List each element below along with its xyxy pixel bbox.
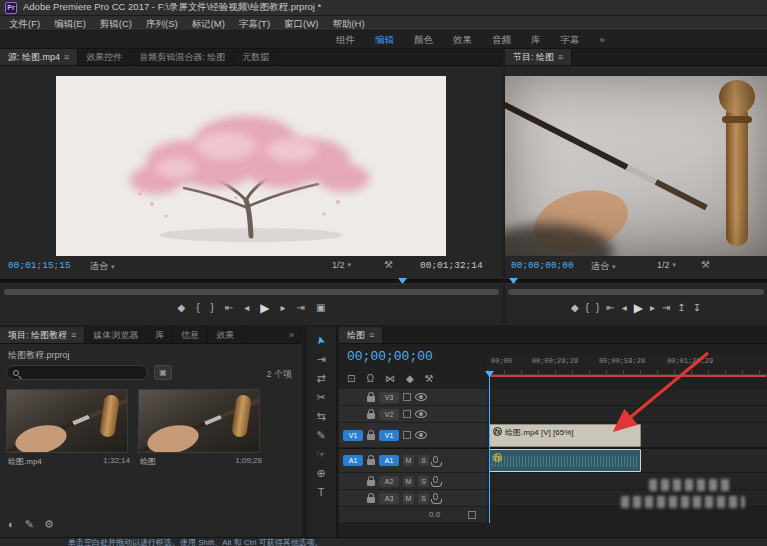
mark-in-icon[interactable]: {	[586, 302, 589, 314]
panel-menu-icon[interactable]	[71, 330, 76, 340]
source-resolution-dropdown[interactable]: 1/2	[332, 260, 351, 270]
hand-tool[interactable]: ☞	[316, 449, 326, 460]
add-marker-icon[interactable]: ◆	[406, 373, 414, 384]
lock-icon[interactable]	[367, 396, 375, 402]
menu-marker[interactable]: 标记(M)	[185, 16, 232, 31]
source-video-preview[interactable]	[56, 76, 446, 256]
source-current-time[interactable]: 00;01;15;15	[8, 260, 71, 271]
clip-name[interactable]: 绘图.mp4	[8, 456, 42, 467]
menu-title[interactable]: 字幕(T)	[232, 16, 277, 31]
voiceover-mic-icon[interactable]	[433, 493, 438, 500]
timeline-playhead-time[interactable]: 00;00;00;00	[347, 349, 433, 364]
program-resolution-dropdown[interactable]: 1/2	[657, 260, 676, 270]
tab-program-monitor[interactable]: 节目: 绘图	[505, 49, 572, 65]
program-fit-dropdown[interactable]: 适合	[591, 260, 616, 273]
eye-toggle-icon[interactable]	[415, 431, 427, 439]
tab-libraries[interactable]: 库	[147, 327, 173, 343]
tab-sequence[interactable]: 绘图	[339, 327, 383, 343]
pen-icon[interactable]: ✎	[25, 518, 34, 531]
timeline-ruler[interactable]: 00;00 00;00;29;29 00;00;59;28 00;01;29;2…	[487, 355, 767, 375]
track-target-a2[interactable]: A2	[379, 476, 399, 487]
audio-clip-a1[interactable]: fx	[489, 449, 641, 472]
tab-audio-clip-mixer[interactable]: 音频剪辑混合器: 绘图	[131, 49, 234, 65]
lock-icon[interactable]	[367, 434, 375, 440]
eye-toggle-icon[interactable]	[415, 410, 427, 418]
tab-effect-controls[interactable]: 效果控件	[78, 49, 131, 65]
menu-edit[interactable]: 编辑(E)	[47, 16, 93, 31]
project-clip-card[interactable]: 绘图 1;09;28	[138, 389, 264, 467]
create-search-bin-button[interactable]	[154, 365, 172, 380]
program-zoom-scrollbar[interactable]	[508, 289, 764, 295]
workspace-tab-assembly[interactable]: 组件	[326, 31, 365, 49]
track-target-v2[interactable]: V2	[379, 409, 399, 420]
extract-icon[interactable]: ↧	[693, 302, 701, 314]
workspace-tab-libraries[interactable]: 库	[521, 31, 551, 49]
tab-info[interactable]: 信息	[173, 327, 208, 343]
menu-clip[interactable]: 剪辑(C)	[93, 16, 139, 31]
step-back-icon[interactable]: ◂	[622, 302, 627, 314]
mute-button[interactable]: M	[403, 476, 414, 487]
track-select-tool[interactable]: ⇥	[316, 354, 325, 365]
tab-effects-panel[interactable]: 效果	[208, 327, 243, 343]
voiceover-mic-icon[interactable]	[433, 456, 438, 463]
step-back-icon[interactable]: ◂	[244, 302, 249, 314]
solo-button[interactable]: S	[418, 493, 429, 504]
sync-lock-icon[interactable]	[403, 393, 411, 401]
step-forward-icon[interactable]: ▸	[650, 302, 655, 314]
project-clip-card[interactable]: 绘图.mp4 1;32;14	[6, 389, 132, 467]
clip-thumbnail[interactable]	[138, 389, 260, 453]
export-frame-icon[interactable]: ▣	[316, 302, 325, 314]
menu-sequence[interactable]: 序列(S)	[139, 16, 185, 31]
slip-tool[interactable]: ⇆	[316, 411, 325, 422]
tab-media-browser[interactable]: 媒体浏览器	[85, 327, 147, 343]
tab-project[interactable]: 项目: 绘图教程	[0, 327, 85, 343]
program-settings-wrench-icon[interactable]	[701, 259, 710, 270]
linked-selection-icon[interactable]: ⋈	[385, 373, 395, 384]
menu-window[interactable]: 窗口(W)	[277, 16, 325, 31]
clip-thumbnail[interactable]	[6, 389, 128, 453]
workspace-tab-editing[interactable]: 编辑	[365, 31, 404, 49]
mute-button[interactable]: M	[403, 493, 414, 504]
add-marker-icon[interactable]: ◆	[571, 302, 579, 314]
workspace-tab-color[interactable]: 颜色	[404, 31, 443, 49]
go-to-in-icon[interactable]: ⇤	[606, 302, 614, 314]
workspace-overflow-chevron[interactable]: »	[590, 31, 615, 49]
nest-insert-icon[interactable]: ⊡	[347, 373, 355, 384]
track-target-v3[interactable]: V3	[379, 392, 399, 403]
workspace-tab-titles[interactable]: 字幕	[551, 31, 590, 49]
add-marker-icon[interactable]: ◆	[178, 302, 186, 314]
mark-in-icon[interactable]: {	[196, 302, 199, 314]
program-video-preview[interactable]	[505, 76, 767, 256]
tab-metadata[interactable]: 元数据	[234, 49, 278, 65]
timeline-lane-v3[interactable]	[487, 389, 767, 406]
timeline-lane-v2[interactable]	[487, 406, 767, 423]
solo-button[interactable]: S	[418, 455, 429, 466]
panel-menu-icon[interactable]	[558, 52, 563, 62]
menu-file[interactable]: 文件(F)	[2, 16, 47, 31]
play-button-icon[interactable]: ▶	[260, 302, 269, 314]
source-zoom-scrollbar[interactable]	[4, 289, 499, 295]
contrast-icon[interactable]: ◐	[8, 518, 15, 531]
lock-icon[interactable]	[367, 497, 375, 503]
mark-out-icon[interactable]: }	[596, 302, 599, 314]
go-to-out-icon[interactable]: ⇥	[662, 302, 670, 314]
track-target-v1[interactable]: V1	[379, 430, 399, 441]
solo-button[interactable]: S	[418, 476, 429, 487]
program-current-time[interactable]: 00;00;00;00	[511, 260, 574, 271]
eye-toggle-icon[interactable]	[415, 393, 427, 401]
lock-icon[interactable]	[367, 480, 375, 486]
lock-icon[interactable]	[367, 413, 375, 419]
go-to-in-icon[interactable]: ⇤	[225, 302, 233, 314]
play-button-icon[interactable]: ▶	[634, 302, 643, 314]
timeline-playhead-line[interactable]	[489, 375, 490, 523]
go-to-out-icon[interactable]: ⇥	[297, 302, 305, 314]
type-tool[interactable]: T	[318, 487, 325, 498]
lift-icon[interactable]: ↥	[677, 302, 685, 314]
menu-help[interactable]: 帮助(H)	[325, 16, 371, 31]
sync-lock-icon[interactable]	[403, 410, 411, 418]
program-scrubber[interactable]	[505, 279, 767, 284]
project-search-box[interactable]	[6, 365, 148, 380]
panel-overflow-chevron[interactable]: »	[281, 327, 302, 343]
voiceover-mic-icon[interactable]	[433, 476, 438, 483]
source-scrubber[interactable]	[0, 279, 503, 284]
